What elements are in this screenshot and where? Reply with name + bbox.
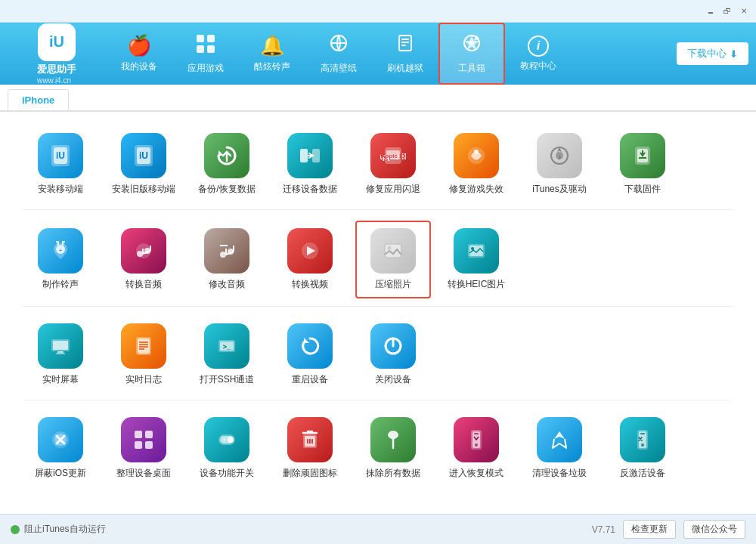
tool-wipe-data[interactable]: 抹除所有数据 [355, 411, 431, 486]
tab-bar: iPhone [0, 85, 756, 112]
minimize-button[interactable]: 🗕 [705, 5, 717, 17]
tool-compress-photo[interactable]: 压缩照片 [355, 221, 431, 298]
nav-apps-games[interactable]: 应用游戏 [172, 23, 239, 85]
svg-rect-78 [145, 441, 153, 449]
window-controls: 🗕 🗗 ✕ [705, 5, 750, 17]
organize-desktop-label: 整理设备桌面 [116, 467, 171, 480]
tool-clean-junk[interactable]: 清理设备垃圾 [522, 411, 597, 486]
delete-stubborn-label: 删除顽固图标 [283, 467, 337, 480]
svg-rect-59 [57, 351, 64, 353]
tool-restart-device[interactable]: 重启设备 [272, 317, 348, 392]
download-center-button[interactable]: 下载中心 ⬇ [677, 42, 748, 65]
check-update-button[interactable]: 检查更新 [623, 520, 676, 539]
svg-rect-60 [56, 353, 65, 354]
convert-audio-label: 转换音频 [125, 278, 162, 291]
svg-rect-77 [135, 441, 142, 449]
tool-fix-app-crash[interactable]: Apple IDApple ID 修复应用闪退 [355, 127, 431, 202]
maximize-button[interactable]: 🗗 [721, 5, 733, 17]
tool-delete-stubborn[interactable]: 删除顽固图标 [272, 411, 348, 486]
tutorial-icon: i [528, 36, 549, 57]
convert-audio-icon [121, 228, 166, 274]
nav-tutorial[interactable]: i 教程中心 [505, 23, 572, 85]
tool-live-screen[interactable]: 实时屏幕 [23, 317, 98, 392]
svg-text:>_: >_ [223, 343, 231, 351]
footer: 阻止iTunes自动运行 V7.71 检查更新 微信公众号 [0, 514, 756, 544]
wipe-data-icon [370, 417, 416, 462]
svg-point-11 [469, 41, 474, 45]
tool-convert-heic[interactable]: 转换HEIC图片 [438, 221, 514, 298]
download-icon: ⬇ [730, 48, 738, 60]
tool-recovery-mode[interactable]: 进入恢复模式 [438, 411, 514, 486]
tool-convert-audio[interactable]: 转换音频 [106, 221, 181, 298]
nav-ringtones[interactable]: 🔔 酷炫铃声 [239, 23, 305, 85]
tool-migrate-data[interactable]: 迁移设备数据 [272, 127, 348, 202]
nav-my-device[interactable]: 🍎 我的设备 [106, 23, 172, 85]
tool-make-ringtone[interactable]: + 制作铃声 [23, 221, 98, 298]
recovery-mode-icon [454, 417, 499, 462]
make-ringtone-label: 制作铃声 [42, 278, 79, 291]
deactivate-label: 反激活设备 [620, 467, 665, 480]
tool-backup-restore[interactable]: 备份/恢复数据 [189, 127, 265, 202]
ringtones-label: 酷炫铃声 [254, 60, 290, 73]
divider-1 [23, 209, 733, 210]
device-switch-label: 设备功能开关 [200, 467, 254, 480]
tool-organize-desktop[interactable]: 整理设备桌面 [106, 411, 181, 486]
shutdown-device-icon [370, 323, 416, 369]
tool-row-2: + 制作铃声 转换音频 修改音频 转换视频 [23, 221, 733, 298]
tool-block-ios-update[interactable]: 屏蔽iOS更新 [23, 411, 98, 486]
svg-rect-1 [207, 35, 215, 42]
svg-rect-20 [300, 149, 308, 162]
footer-version: V7.71 [592, 524, 615, 535]
tool-live-log[interactable]: 实时日志 [106, 317, 181, 392]
itunes-driver-icon: ♪ [537, 133, 582, 178]
nav-jailbreak[interactable]: 刷机越狱 [372, 23, 438, 85]
tool-shutdown-device[interactable]: 关闭设备 [355, 317, 431, 392]
tool-edit-audio[interactable]: 修改音频 [189, 221, 265, 298]
tool-itunes-driver[interactable]: ♪ iTunes及驱动 [522, 127, 597, 202]
fix-game-icon [454, 133, 499, 178]
convert-heic-label: 转换HEIC图片 [448, 278, 506, 291]
svg-point-93 [475, 444, 478, 447]
svg-rect-2 [197, 45, 204, 53]
edit-audio-label: 修改音频 [209, 278, 245, 291]
migrate-data-icon [287, 133, 333, 178]
svg-text:+: + [59, 247, 63, 254]
svg-rect-7 [401, 39, 409, 40]
svg-rect-62 [138, 338, 150, 354]
logo-area: iU 爱思助手 www.i4.cn [8, 23, 106, 85]
restart-device-icon [287, 323, 333, 369]
my-device-label: 我的设备 [121, 60, 157, 73]
live-log-label: 实时日志 [125, 373, 162, 386]
header-right: 下载中心 ⬇ [677, 42, 748, 65]
clean-junk-label: 清理设备垃圾 [532, 467, 587, 480]
tool-fix-game[interactable]: 修复游戏失效 [438, 127, 514, 202]
tool-install-old[interactable]: iU 安装旧版移动端 [106, 127, 181, 202]
edit-audio-icon [204, 228, 249, 274]
tool-convert-video[interactable]: 转换视频 [272, 221, 348, 298]
tool-deactivate[interactable]: 反激活设备 [605, 411, 680, 486]
wechat-button[interactable]: 微信公众号 [683, 520, 745, 539]
nav-wallpaper[interactable]: 高清壁纸 [305, 23, 372, 85]
tool-install-app[interactable]: iU 安装移动端 [23, 127, 98, 202]
svg-point-53 [388, 246, 392, 250]
svg-rect-0 [197, 35, 204, 42]
nav-toolbox[interactable]: 工具箱 [438, 23, 505, 85]
divider-2 [23, 306, 733, 307]
svg-point-81 [228, 437, 234, 443]
wallpaper-icon [328, 32, 349, 59]
title-bar: 🗕 🗗 ✕ [0, 0, 756, 23]
svg-rect-3 [207, 45, 215, 53]
organize-desktop-icon [121, 417, 166, 462]
nav-items: 🍎 我的设备 应用游戏 🔔 酷炫铃声 高清壁纸 刷机越狱 [106, 23, 677, 85]
tool-open-ssh[interactable]: >_ 打开SSH通道 [189, 317, 265, 392]
tool-download-firmware[interactable]: 下载固件 [605, 127, 680, 202]
live-screen-label: 实时屏幕 [42, 373, 79, 386]
tool-device-switch[interactable]: 设备功能开关 [189, 411, 265, 486]
delete-stubborn-icon [287, 417, 333, 462]
jailbreak-icon [395, 32, 416, 59]
open-ssh-label: 打开SSH通道 [200, 373, 255, 386]
toolbox-label: 工具箱 [458, 62, 485, 75]
tab-iphone[interactable]: iPhone [8, 89, 69, 110]
close-button[interactable]: ✕ [738, 5, 750, 17]
download-firmware-icon [620, 133, 665, 178]
